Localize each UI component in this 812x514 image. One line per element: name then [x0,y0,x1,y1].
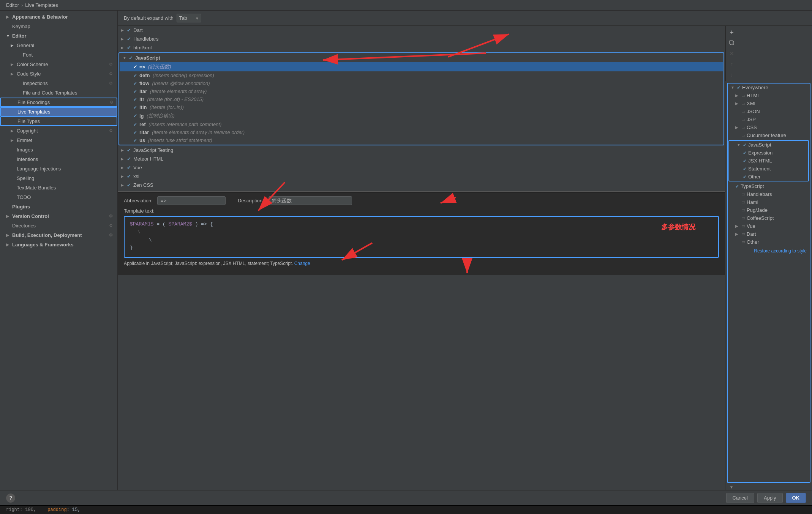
group-html-xml[interactable]: ▶ ✔ html/xml [118,43,725,52]
template-abbr: itr [139,96,144,102]
ctx-haml[interactable]: ▶ ▭ Haml [728,198,810,206]
ctx-jsp[interactable]: ▶ ▭ JSP [728,115,810,123]
sidebar-item-directories[interactable]: ▶ Directories ⚙ [0,221,117,230]
group-meteor-html[interactable]: ▶ ✔ Meteor HTML [118,155,725,163]
group-xsl[interactable]: ▶ ✔ xsl [118,172,725,181]
sidebar-item-file-types[interactable]: ▶ File Types [0,117,117,126]
sidebar-item-file-encodings[interactable]: ▶ File Encodings ⚙ [0,98,117,107]
ctx-html[interactable]: ▶ ▭ HTML [728,91,810,99]
sidebar-item-editor[interactable]: ▼ Editor [0,31,117,41]
sidebar-item-label: Code Style [17,71,41,77]
group-javascript-testing[interactable]: ▶ ✔ JavaScript Testing [118,146,725,155]
code-editor[interactable]: $PARAM1$ = ( $PARAM2$ ) => { \ \ [124,216,719,258]
sidebar-item-plugins[interactable]: ▶ Plugins [0,202,117,211]
template-item-lg[interactable]: ✔ lg (控制台输出) [120,111,723,120]
settings-icon: ⚙ [109,214,113,219]
folder-icon: ▭ [741,224,745,229]
arrow-icon: ▶ [735,101,740,106]
ctx-dart[interactable]: ▶ ▭ Dart [728,230,810,238]
group-handlebars[interactable]: ▶ ✔ Handlebars [118,35,725,43]
move-up-button[interactable]: ↑ [727,59,737,69]
sidebar-item-live-templates[interactable]: ▶ Live Templates [0,107,117,117]
template-item-itar[interactable]: ✔ itar (Iterate elements of array) [120,87,723,95]
expand-select-wrapper[interactable]: Tab Enter Space [177,14,201,22]
ctx-label: CoffeeScript [747,215,774,221]
template-item-itin[interactable]: ✔ itin (Iterate (for..in)) [120,103,723,111]
template-desc: (Inserts reference path comment) [147,121,222,127]
sidebar-item-label: Images [17,147,33,153]
sidebar-item-general[interactable]: ▶ General [0,41,117,50]
ctx-vue[interactable]: ▶ ▭ Vue [728,222,810,230]
arrow-icon: ▼ [123,56,127,60]
sidebar-item-file-code-templates[interactable]: ▶ File and Code Templates [0,88,117,98]
help-button[interactable]: ? [6,494,15,503]
toolbar: By default expand with Tab Enter Space [118,11,812,26]
scrollbar-down[interactable]: ▼ [725,484,738,490]
move-down-button[interactable]: ↓ [727,70,737,80]
sidebar-item-build-exec[interactable]: ▶ Build, Execution, Deployment ⚙ [0,230,117,240]
ctx-other[interactable]: ▶ ▭ Other [728,238,810,246]
ctx-coffeescript[interactable]: ▶ ▭ CoffeeScript [728,214,810,222]
ctx-js-other[interactable]: ✔ Other [729,173,808,181]
sidebar-item-intentions[interactable]: Intentions [0,155,117,164]
ctx-json[interactable]: ▶ ▭ JSON [728,107,810,115]
expand-select[interactable]: Tab Enter Space [177,14,201,22]
ctx-pug[interactable]: ▶ ▭ Pug/Jade [728,206,810,214]
group-label: Vue [133,165,142,170]
ctx-css[interactable]: ▶ ▭ CSS [728,123,810,131]
template-item-us[interactable]: ✔ us (Inserts 'use strict' statement) [120,136,723,144]
sidebar-item-color-scheme[interactable]: ▶ Color Scheme ⚙ [0,60,117,69]
restore-default-link[interactable]: Restore according to style [728,246,810,256]
sidebar-item-emmet[interactable]: ▶ Emmet [0,136,117,145]
template-item-flow[interactable]: ✔ flow (Inserts @flow annotation) [120,79,723,87]
template-item-ritar[interactable]: ✔ ritar (Iterate elements of array in re… [120,128,723,136]
code-op1: = ( [156,221,165,227]
ctx-cucumber[interactable]: ▶ ▭ Cucumber feature [728,131,810,139]
settings-icon: ⚙ [109,223,113,228]
sidebar-item-font[interactable]: ▶ Font [0,50,117,60]
ctx-typescript[interactable]: ✔ TypeScript [728,182,810,190]
ok-button[interactable]: OK [786,493,806,503]
copy-button[interactable] [727,38,737,48]
sidebar-item-todo[interactable]: TODO [0,192,117,202]
sidebar-item-spelling[interactable]: Spelling [0,173,117,183]
sidebar-item-code-style[interactable]: ▶ Code Style ⚙ [0,69,117,79]
sidebar-item-version-control[interactable]: ▶ Version Control ⚙ [0,211,117,221]
delete-button[interactable]: ✕ [727,49,737,58]
template-text-label: Template text: [124,208,719,214]
template-item-arrow-fn[interactable]: ✔ => (箭头函数) [120,62,723,71]
description-input[interactable] [269,196,352,205]
sidebar-item-copyright[interactable]: ▶ Copyright ⚙ [0,126,117,136]
sidebar-item-images[interactable]: Images [0,145,117,155]
template-item-ref[interactable]: ✔ ref (Inserts reference path comment) [120,120,723,128]
sidebar-item-label: Live Templates [17,109,50,115]
ctx-xml[interactable]: ▶ ▭ XML [728,99,810,107]
sidebar-item-label: Emmet [17,137,32,143]
abbreviation-input[interactable] [157,196,226,205]
sidebar-item-textmate-bundles[interactable]: TextMate Bundles [0,183,117,192]
ctx-javascript[interactable]: ▼ ✔ JavaScript [729,141,808,149]
template-item-defn[interactable]: ✔ defn (Inserts define() expression) [120,71,723,79]
sidebar-item-keymap[interactable]: ▶ Keymap [0,22,117,31]
group-vue[interactable]: ▶ ✔ Vue [118,163,725,172]
sidebar-item-inspections[interactable]: ▶ Inspections ⚙ [0,79,117,88]
group-dart[interactable]: ▶ ✔ Dart [118,26,725,35]
ctx-everywhere[interactable]: ▼ ✔ Everywhere [728,84,810,91]
applicable-text: Applicable in JavaScript; JavaScript: ex… [124,261,719,266]
template-item-itr[interactable]: ✔ itr (Iterate (for..of) - ES2015) [120,95,723,103]
sidebar-item-languages-frameworks[interactable]: ▶ Languages & Frameworks [0,240,117,249]
abbreviation-label: Abbreviation: [124,198,153,203]
change-link[interactable]: Change [294,261,310,266]
sidebar-item-appearance[interactable]: ▶ Appearance & Behavior [0,12,117,22]
ctx-js-jsx-html[interactable]: ✔ JSX HTML [729,157,808,165]
add-button[interactable]: + [727,27,737,37]
apply-button[interactable]: Apply [757,493,783,503]
ctx-js-expression[interactable]: ✔ Expression [729,149,808,157]
cancel-button[interactable]: Cancel [726,493,754,503]
group-zen-css[interactable]: ▶ ✔ Zen CSS [118,181,725,189]
group-javascript[interactable]: ▼ ✔ JavaScript [120,54,723,62]
sidebar-item-language-injections[interactable]: Language Injections [0,164,117,173]
ctx-handlebars[interactable]: ▶ ▭ Handlebars [728,190,810,198]
folder-icon: ▭ [741,133,745,138]
ctx-js-statement[interactable]: ✔ Statement [729,165,808,173]
